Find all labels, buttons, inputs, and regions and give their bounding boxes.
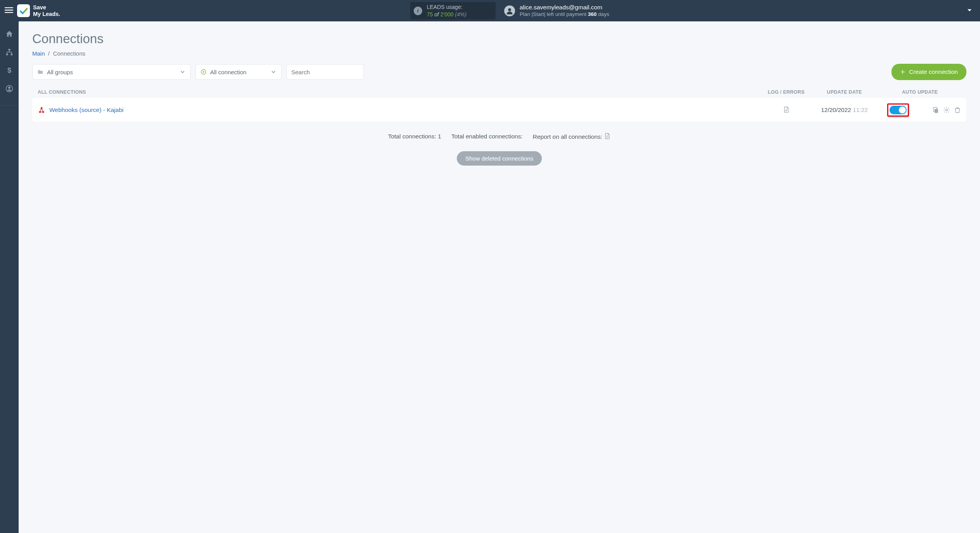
nav-home-icon[interactable] — [5, 30, 13, 39]
plus-icon — [900, 69, 905, 75]
svg-rect-14 — [935, 109, 938, 113]
filters-row: All groups All connection Create connect… — [32, 64, 966, 80]
search-input-wrapper — [286, 64, 364, 80]
row-log — [767, 106, 806, 115]
page-title: Connections — [32, 31, 966, 46]
nav-billing-icon[interactable]: $ — [5, 66, 13, 75]
svg-point-9 — [8, 87, 10, 89]
usage-text: LEADS usage: 75 of 2'000 (4%) — [427, 3, 467, 17]
show-deleted-button[interactable]: Show deleted connections — [457, 151, 542, 166]
nav-connections-icon[interactable] — [5, 48, 13, 57]
svg-rect-0 — [5, 7, 13, 8]
svg-point-3 — [508, 8, 511, 11]
folder-icon — [37, 69, 44, 75]
account-text: alice.savemyleads@gmail.com Plan |Start|… — [520, 3, 609, 17]
summary-enabled: Total enabled connections: — [451, 133, 523, 140]
breadcrumb-main[interactable]: Main — [32, 50, 45, 57]
summary-row: Total connections: 1 Total enabled conne… — [32, 132, 966, 140]
chevron-down-icon — [270, 69, 277, 75]
row-auto-update — [883, 103, 961, 117]
col-header-date: UPDATE DATE — [806, 89, 883, 95]
account-box[interactable]: alice.savemyleads@gmail.com Plan |Start|… — [504, 3, 609, 17]
avatar-icon — [504, 5, 515, 16]
table-header: ALL CONNECTIONS LOG / ERRORS UPDATE DATE… — [32, 86, 966, 98]
logo[interactable]: Save My Leads. — [17, 4, 60, 17]
logo-mark — [17, 4, 30, 17]
logo-text: Save My Leads. — [33, 4, 60, 17]
row-update-date: 12/20/2022 11:22 — [806, 107, 883, 114]
trash-icon[interactable] — [954, 107, 961, 114]
col-header-log: LOG / ERRORS — [767, 89, 806, 95]
col-header-auto: AUTO UPDATE — [883, 89, 961, 95]
play-circle-icon — [200, 69, 207, 75]
gear-icon[interactable] — [943, 107, 950, 114]
create-connection-button[interactable]: Create connection — [891, 64, 966, 80]
chevron-down-icon — [179, 69, 186, 75]
svg-point-16 — [946, 109, 948, 111]
svg-rect-1 — [5, 10, 13, 10]
menu-icon[interactable] — [5, 6, 15, 16]
info-icon: i — [414, 7, 422, 15]
webhook-icon — [38, 106, 45, 114]
row-actions — [932, 107, 961, 114]
svg-rect-5 — [6, 54, 8, 55]
svg-rect-6 — [10, 54, 12, 55]
summary-total: Total connections: 1 — [388, 133, 441, 140]
svg-rect-2 — [5, 12, 13, 13]
breadcrumb-current: Connections — [53, 50, 85, 57]
table-row: Webhooks (source) - Kajabi 12/20/2022 11… — [32, 98, 966, 122]
report-icon[interactable] — [604, 132, 611, 140]
groups-dropdown[interactable]: All groups — [32, 64, 191, 80]
nav-account-icon[interactable] — [5, 85, 13, 94]
svg-rect-4 — [9, 49, 10, 51]
usage-box[interactable]: i LEADS usage: 75 of 2'000 (4%) — [410, 2, 496, 19]
col-header-name: ALL CONNECTIONS — [38, 89, 767, 95]
main-content: Connections Main / Connections All group… — [19, 21, 980, 533]
log-icon[interactable] — [783, 106, 790, 114]
chevron-down-icon[interactable] — [959, 7, 976, 15]
summary-report: Report on all connections: — [533, 132, 611, 140]
search-input[interactable] — [291, 69, 359, 75]
top-bar: Save My Leads. i LEADS usage: 75 of 2'00… — [0, 0, 980, 21]
svg-text:$: $ — [7, 66, 11, 74]
auto-update-toggle[interactable] — [889, 106, 907, 114]
copy-icon[interactable] — [932, 107, 939, 114]
sidebar: $ — [0, 21, 19, 533]
toggle-highlight — [887, 103, 909, 117]
connection-name-link[interactable]: Webhooks (source) - Kajabi — [49, 107, 767, 114]
breadcrumb: Main / Connections — [32, 50, 966, 57]
connection-status-dropdown[interactable]: All connection — [195, 64, 282, 80]
